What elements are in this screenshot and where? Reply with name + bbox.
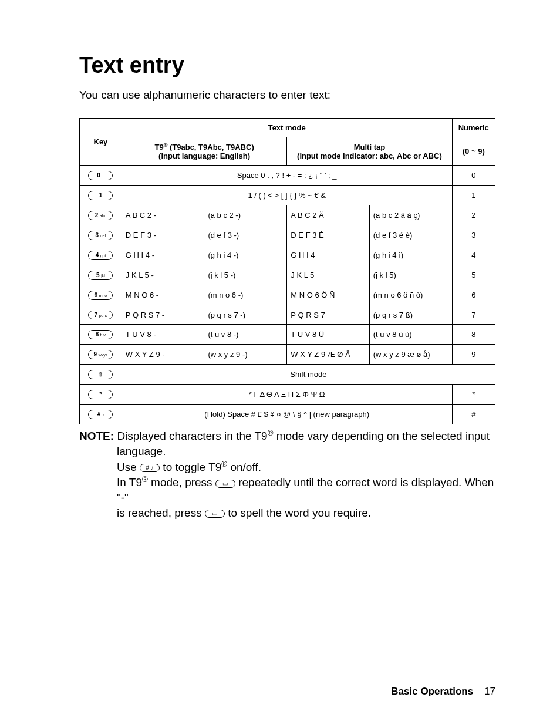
key-cell: # ♪ <box>80 405 122 424</box>
row-span: * Γ Δ Θ Λ Ξ Π Σ Φ Ψ Ω <box>122 385 452 405</box>
row-num: * <box>452 385 495 405</box>
row-span: 1 / ( ) < > [ ] { } % ~ € & <box>122 186 452 205</box>
row-t9l: (w x y z 9 -) <box>204 345 287 365</box>
row-mtu: D E F 3 É <box>287 225 369 245</box>
header-t9: T9® (T9abc, T9Abc, T9ABC) (Input languag… <box>122 137 287 166</box>
footer-page: 17 <box>484 686 495 697</box>
key-cell: * <box>80 385 122 405</box>
row-mtu: M N O 6 Ö Ñ <box>287 285 369 305</box>
row-t9u: G H I 4 - <box>122 245 204 265</box>
key-cell: 6 mno <box>80 285 122 305</box>
row-num: 6 <box>452 285 495 305</box>
key-cell: 1 <box>80 186 122 205</box>
page-footer: Basic Operations 17 <box>391 686 495 697</box>
row-mtu: W X Y Z 9 Æ Ø Å <box>287 345 369 365</box>
note-label: NOTE: <box>79 430 114 442</box>
intro-text: You can use alphanumeric characters to e… <box>79 89 495 102</box>
key-cell: 7 pqrs <box>80 305 122 325</box>
header-multitap: Multi tap (Input mode indicator: abc, Ab… <box>287 137 452 166</box>
key-cell: 3 def <box>80 225 122 245</box>
row-num: 7 <box>452 305 495 325</box>
row-t9l: (a b c 2 -) <box>204 205 287 225</box>
row-mtl: (t u v 8 ü ù) <box>369 325 452 345</box>
key-cell: ⇧ <box>80 365 122 385</box>
row-t9u: M N O 6 - <box>122 285 204 305</box>
row-span: Space 0 . , ? ! + - = : ¿ ¡ " ' ; _ <box>122 166 452 186</box>
row-t9l: (j k l 5 -) <box>204 265 287 285</box>
row-span: (Hold) Space # £ $ ¥ ¤ @ \ § ^ | (new pa… <box>122 405 452 424</box>
key-icon: 8 tuv <box>88 330 113 339</box>
key-icon: 7 pqrs <box>88 311 113 320</box>
key-icon: 9 wxyz <box>88 350 113 359</box>
row-t9l: (m n o 6 -) <box>204 285 287 305</box>
row-num: 8 <box>452 325 495 345</box>
row-mtl: (p q r s 7 ß) <box>369 305 452 325</box>
header-numeric-range: (0 ~ 9) <box>452 137 495 166</box>
row-mtl: (w x y z 9 æ ø å) <box>369 345 452 365</box>
key-icon: 5 jkl <box>88 271 113 280</box>
key-icon: 0 + <box>88 171 113 180</box>
row-mtl: (m n o 6 ö ñ ò) <box>369 285 452 305</box>
header-textmode: Text mode <box>122 119 452 137</box>
row-t9u: T U V 8 - <box>122 325 204 345</box>
text-entry-table: Key Text mode Numeric T9® (T9abc, T9Abc,… <box>79 118 495 424</box>
key-icon: 6 mno <box>88 291 113 300</box>
key-icon: 3 def <box>88 231 113 240</box>
row-num: 4 <box>452 245 495 265</box>
box-key-icon: ▭ <box>215 480 235 488</box>
row-t9u: W X Y Z 9 - <box>122 345 204 365</box>
row-mtl: (a b c 2 ä à ç) <box>369 205 452 225</box>
row-mtl: (g h i 4 ì) <box>369 245 452 265</box>
row-num: 1 <box>452 186 495 205</box>
header-numeric: Numeric <box>452 119 495 137</box>
footer-section: Basic Operations <box>391 686 473 697</box>
key-icon: # ♪ <box>88 410 113 419</box>
row-num: 9 <box>452 345 495 365</box>
note-block: NOTE: Displayed characters in the T9® mo… <box>79 428 495 521</box>
key-icon: 1 <box>88 191 113 200</box>
key-icon: 2 abc <box>88 211 113 220</box>
row-full: Shift mode <box>122 365 495 385</box>
key-cell: 4 ghi <box>80 245 122 265</box>
row-t9u: D E F 3 - <box>122 225 204 245</box>
row-t9u: P Q R S 7 - <box>122 305 204 325</box>
row-t9l: (d e f 3 -) <box>204 225 287 245</box>
row-num: 3 <box>452 225 495 245</box>
row-mtu: P Q R S 7 <box>287 305 369 325</box>
row-t9u: A B C 2 - <box>122 205 204 225</box>
box-key-icon: ▭ <box>205 510 225 518</box>
row-t9u: J K L 5 - <box>122 265 204 285</box>
row-mtl: (j k l 5) <box>369 265 452 285</box>
key-cell: 2 abc <box>80 205 122 225</box>
row-num: # <box>452 405 495 424</box>
header-key: Key <box>80 119 122 166</box>
row-num: 5 <box>452 265 495 285</box>
row-t9l: (p q r s 7 -) <box>204 305 287 325</box>
key-icon: ⇧ <box>88 370 113 379</box>
row-mtu: G H I 4 <box>287 245 369 265</box>
hash-key-icon: # ♪ <box>140 464 160 472</box>
row-mtu: A B C 2 Ä <box>287 205 369 225</box>
key-cell: 9 wxyz <box>80 345 122 365</box>
key-icon: * <box>88 390 113 399</box>
row-t9l: (t u v 8 -) <box>204 325 287 345</box>
key-cell: 8 tuv <box>80 325 122 345</box>
row-mtu: J K L 5 <box>287 265 369 285</box>
page-title: Text entry <box>79 53 495 78</box>
key-cell: 0 + <box>80 166 122 186</box>
row-t9l: (g h i 4 -) <box>204 245 287 265</box>
key-cell: 5 jkl <box>80 265 122 285</box>
row-mtu: T U V 8 Ü <box>287 325 369 345</box>
key-icon: 4 ghi <box>88 251 113 260</box>
row-num: 2 <box>452 205 495 225</box>
row-num: 0 <box>452 166 495 186</box>
row-mtl: (d e f 3 é è) <box>369 225 452 245</box>
